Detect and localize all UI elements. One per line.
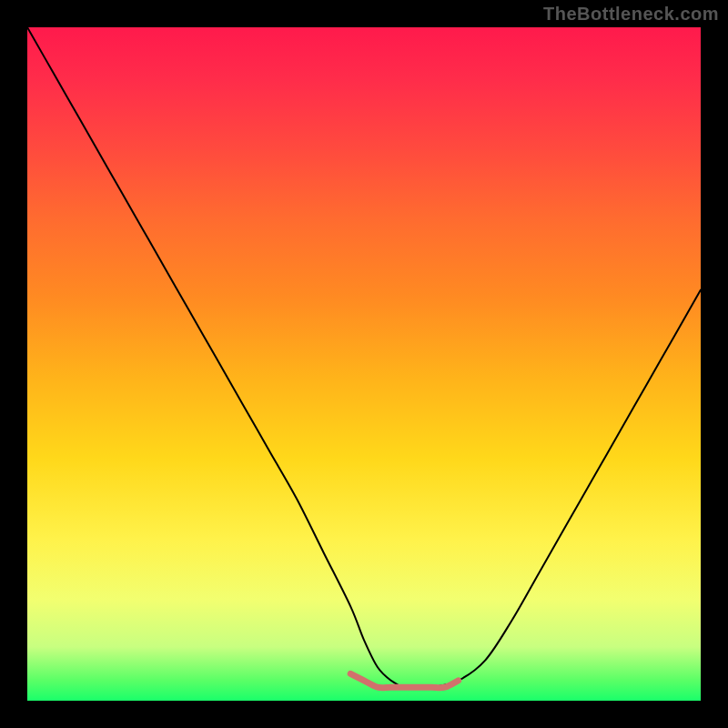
chart-stage: TheBottleneck.com [0,0,728,728]
bottleneck-curve [27,27,701,688]
chart-svg [27,27,701,701]
highlight-floor [350,673,458,687]
plot-area [27,27,701,701]
watermark-text: TheBottleneck.com [543,4,719,25]
